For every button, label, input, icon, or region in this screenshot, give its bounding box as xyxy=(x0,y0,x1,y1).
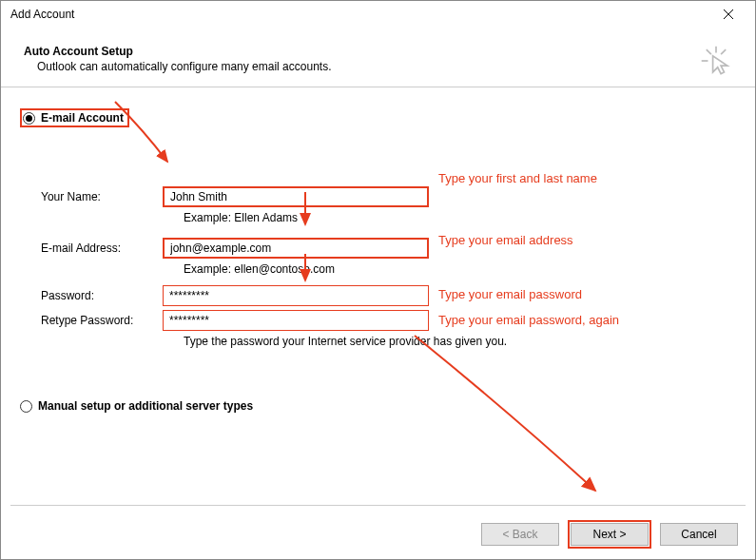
label-your-name: Your Name: xyxy=(41,190,163,203)
retype-password-input[interactable] xyxy=(163,310,429,331)
radio-manual-label: Manual setup or additional server types xyxy=(38,399,253,413)
cursor-icon xyxy=(700,45,732,77)
svg-line-2 xyxy=(707,49,711,54)
window-title: Add Account xyxy=(10,8,74,21)
label-password: Password: xyxy=(41,289,163,302)
titlebar: Add Account xyxy=(1,1,755,28)
annotation-retype: Type your email password, again xyxy=(438,313,619,327)
annotation-arrow-icon xyxy=(410,331,619,502)
row-email: E-mail Address: xyxy=(41,238,736,259)
close-icon xyxy=(723,9,734,20)
email-input[interactable] xyxy=(163,238,429,259)
row-your-name: Your Name: xyxy=(41,186,736,207)
row-retype: Retype Password: xyxy=(41,310,736,331)
example-email: Example: ellen@contoso.com xyxy=(184,262,736,276)
your-name-input[interactable] xyxy=(163,186,429,207)
header-subheading: Outlook can automatically configure many… xyxy=(24,60,332,73)
example-your-name: Example: Ellen Adams xyxy=(184,211,736,224)
label-retype: Retype Password: xyxy=(41,314,163,327)
header: Auto Account Setup Outlook can automatic… xyxy=(1,28,755,87)
annotation-name: Type your first and last name xyxy=(438,171,597,185)
password-input[interactable] xyxy=(163,285,429,306)
password-note: Type the password your Internet service … xyxy=(184,335,736,348)
svg-line-1 xyxy=(721,49,726,54)
radio-icon xyxy=(20,400,32,413)
button-divider xyxy=(10,505,746,506)
annotation-email: Type your email address xyxy=(438,233,573,247)
back-button: < Back xyxy=(481,523,559,546)
label-email: E-mail Address: xyxy=(41,241,163,255)
button-bar: < Back Next > Cancel xyxy=(481,523,738,546)
row-password: Password: xyxy=(41,285,736,306)
radio-manual-setup[interactable]: Manual setup or additional server types xyxy=(20,399,736,413)
annotation-password: Type your email password xyxy=(438,287,582,301)
radio-email-account[interactable]: E-mail Account xyxy=(20,108,736,127)
close-button[interactable] xyxy=(709,3,747,26)
add-account-dialog: Add Account Auto Account Setup Outlook c… xyxy=(0,0,756,560)
header-text: Auto Account Setup Outlook can automatic… xyxy=(24,45,332,73)
header-heading: Auto Account Setup xyxy=(24,45,332,58)
radio-icon xyxy=(23,112,35,125)
cancel-button[interactable]: Cancel xyxy=(660,523,738,546)
next-button[interactable]: Next > xyxy=(571,523,649,546)
radio-email-label: E-mail Account xyxy=(41,111,124,125)
